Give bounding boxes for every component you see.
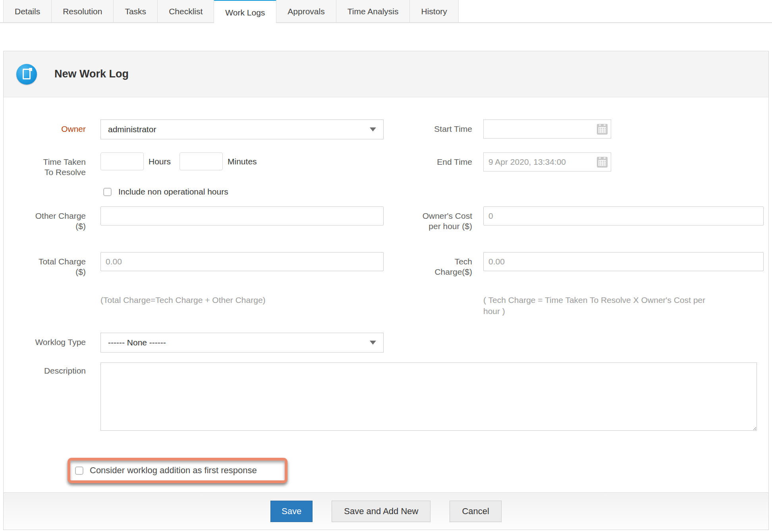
row-owner-start-time: Owner administrator Start Time [4, 120, 768, 139]
description-textarea[interactable] [100, 362, 757, 431]
other-charge-input[interactable] [100, 206, 384, 226]
tab-bar: Details Resolution Tasks Checklist Work … [0, 0, 772, 23]
other-charge-label: Other Charge ($) [34, 206, 86, 231]
end-time-input[interactable]: 9 Apr 2020, 13:34:00 [483, 152, 611, 172]
panel-header: New Work Log [4, 51, 768, 97]
minutes-input[interactable] [179, 152, 223, 170]
form-footer: Save Save and Add New Cancel [4, 492, 768, 530]
row-worklog-type: Worklog Type ------ None ------ [4, 333, 768, 353]
start-time-label: Start Time [421, 120, 472, 134]
end-time-value: 9 Apr 2020, 13:34:00 [488, 157, 597, 167]
row-time-taken-end-time: Time Taken To Resolve Hours Minutes Incl… [4, 152, 768, 197]
hours-suffix-label: Hours [149, 152, 171, 170]
tab-time-analysis[interactable]: Time Analysis [336, 0, 410, 22]
row-total-charge-tech-charge: Total Charge ($) Tech Charge($) [4, 252, 768, 277]
time-taken-label: Time Taken To Resolve [34, 152, 86, 177]
tab-tasks[interactable]: Tasks [113, 0, 158, 22]
hours-input[interactable] [100, 152, 144, 170]
chevron-down-icon [370, 341, 376, 345]
total-charge-input[interactable] [100, 252, 384, 271]
cancel-button[interactable]: Cancel [450, 501, 501, 522]
tab-work-logs[interactable]: Work Logs [214, 0, 276, 23]
tech-charge-input[interactable] [483, 252, 764, 271]
first-response-highlight-box: Consider worklog addition as first respo… [68, 458, 288, 483]
include-non-operational-checkbox[interactable] [103, 188, 112, 196]
owners-cost-label: Owner's Cost per hour ($) [421, 206, 472, 231]
total-charge-note: (Total Charge=Tech Charge + Other Charge… [100, 295, 384, 306]
tab-resolution[interactable]: Resolution [51, 0, 114, 22]
tech-charge-label: Tech Charge($) [421, 252, 472, 277]
new-work-log-panel: New Work Log Owner administrator Start T… [3, 51, 769, 530]
worklog-type-select[interactable]: ------ None ------ [100, 333, 384, 353]
row-other-charge-owners-cost: Other Charge ($) Owner's Cost per hour (… [4, 206, 768, 231]
save-and-add-new-button[interactable]: Save and Add New [332, 501, 430, 522]
tab-checklist[interactable]: Checklist [157, 0, 214, 22]
end-time-label: End Time [421, 152, 472, 167]
owner-select[interactable]: administrator [100, 120, 384, 139]
work-log-document-icon [16, 64, 37, 85]
owner-label: Owner [34, 120, 86, 134]
include-non-operational-row: Include non operational hours [103, 187, 384, 197]
description-label: Description [34, 362, 86, 376]
tab-history[interactable]: History [409, 0, 458, 22]
include-non-operational-label: Include non operational hours [118, 187, 228, 197]
row-description: Description [4, 362, 768, 432]
tab-details[interactable]: Details [3, 0, 52, 22]
owners-cost-input[interactable] [483, 206, 764, 226]
start-time-input[interactable] [483, 120, 611, 139]
calendar-icon[interactable] [597, 157, 608, 168]
owner-selected-value: administrator [108, 125, 370, 134]
work-log-form: Owner administrator Start Time Time Take… [4, 97, 768, 530]
first-response-label: Consider worklog addition as first respo… [90, 465, 257, 476]
calendar-icon[interactable] [597, 124, 608, 135]
worklog-type-selected-value: ------ None ------ [108, 338, 370, 347]
page-title: New Work Log [54, 68, 129, 80]
tech-charge-note: ( Tech Charge = Time Taken To Resolve X … [483, 295, 710, 317]
chevron-down-icon [370, 127, 376, 131]
save-button[interactable]: Save [270, 501, 313, 522]
first-response-checkbox[interactable] [75, 466, 83, 475]
tab-approvals[interactable]: Approvals [276, 0, 336, 22]
worklog-type-label: Worklog Type [34, 333, 86, 347]
total-charge-label: Total Charge ($) [34, 252, 86, 277]
minutes-suffix-label: Minutes [228, 152, 257, 170]
row-charge-notes: (Total Charge=Tech Charge + Other Charge… [4, 295, 768, 317]
